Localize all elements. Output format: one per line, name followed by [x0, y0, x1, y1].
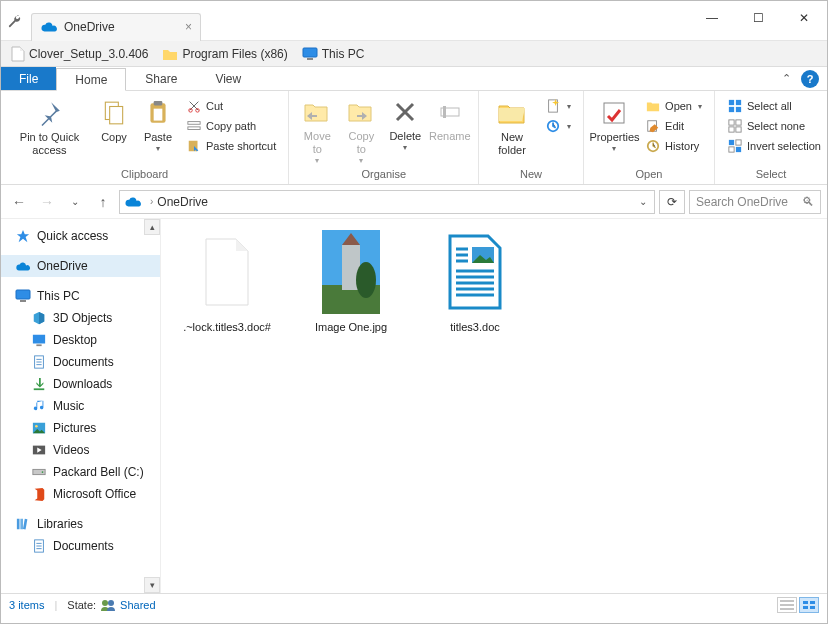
file-item[interactable]: Image One.jpg: [301, 229, 401, 333]
file-item[interactable]: titles3.doc: [425, 229, 525, 333]
libraries-icon: [15, 516, 31, 532]
sidebar-item[interactable]: Documents: [1, 535, 160, 557]
bookmark-label: Program Files (x86): [182, 47, 287, 61]
svg-rect-21: [729, 107, 734, 112]
svg-rect-36: [34, 388, 45, 390]
easy-access-button[interactable]: ▾: [543, 117, 573, 135]
forward-button[interactable]: →: [35, 190, 59, 214]
new-folder-icon: [496, 97, 528, 129]
file-menu[interactable]: File: [1, 67, 56, 90]
ribbon-group-label: New: [479, 166, 583, 184]
select-none-icon: [727, 118, 743, 134]
move-to-button[interactable]: Move to▾: [295, 94, 339, 166]
invert-selection-button[interactable]: Invert selection: [725, 137, 823, 155]
svg-rect-26: [736, 127, 741, 132]
close-button[interactable]: ✕: [781, 3, 827, 33]
file-list[interactable]: .~lock.titles3.doc#Image One.jpgtitles3.…: [161, 219, 827, 593]
new-folder-button[interactable]: New folder: [485, 95, 539, 157]
tab-share[interactable]: Share: [126, 67, 196, 90]
svg-rect-55: [803, 606, 808, 609]
tab-home[interactable]: Home: [56, 68, 126, 91]
recent-locations-button[interactable]: ⌄: [63, 190, 87, 214]
item-icon: [31, 398, 47, 414]
file-thumbnail: [189, 229, 265, 315]
svg-rect-44: [23, 519, 27, 530]
wrench-icon[interactable]: [1, 1, 27, 41]
svg-point-38: [35, 425, 38, 428]
paste-shortcut-button[interactable]: Paste shortcut: [184, 137, 278, 155]
edit-button[interactable]: Edit: [643, 117, 704, 135]
select-none-button[interactable]: Select none: [725, 117, 823, 135]
select-all-button[interactable]: Select all: [725, 97, 823, 115]
ribbon: Pin to Quick access Copy Paste▾ Cut Copy…: [1, 91, 827, 185]
sidebar-item-this-pc[interactable]: This PC: [1, 285, 160, 307]
pin-to-quick-access-button[interactable]: Pin to Quick access: [7, 95, 92, 157]
refresh-button[interactable]: ⟳: [659, 190, 685, 214]
sidebar-item[interactable]: Videos: [1, 439, 160, 461]
rename-button[interactable]: Rename: [427, 94, 472, 143]
item-icon: [31, 486, 47, 502]
bookmark-item[interactable]: Program Files (x86): [158, 45, 291, 63]
breadcrumb-segment[interactable]: OneDrive: [157, 195, 208, 209]
properties-button[interactable]: Properties▾: [590, 95, 639, 154]
delete-button[interactable]: Delete▾: [383, 94, 427, 153]
large-icons-view-button[interactable]: [799, 597, 819, 613]
onedrive-icon: [15, 258, 31, 274]
chevron-down-icon[interactable]: ⌄: [636, 196, 650, 207]
svg-rect-5: [154, 101, 163, 105]
help-icon[interactable]: ?: [801, 70, 819, 88]
edit-icon: [645, 118, 661, 134]
collapse-ribbon-icon[interactable]: ⌃: [776, 67, 797, 90]
sidebar-item-libraries[interactable]: Libraries: [1, 513, 160, 535]
sidebar-item[interactable]: Documents: [1, 351, 160, 373]
svg-point-41: [42, 471, 44, 473]
monitor-icon: [302, 47, 318, 61]
scroll-down-button[interactable]: ▾: [144, 577, 160, 593]
sidebar-item[interactable]: 3D Objects: [1, 307, 160, 329]
minimize-button[interactable]: —: [689, 3, 735, 33]
sidebar-item[interactable]: Pictures: [1, 417, 160, 439]
svg-rect-34: [36, 344, 41, 346]
svg-rect-0: [303, 48, 317, 57]
svg-rect-31: [16, 290, 30, 299]
copy-path-button[interactable]: Copy path: [184, 117, 278, 135]
svg-point-49: [356, 262, 376, 298]
ribbon-tabs: File Home Share View ⌃ ?: [1, 67, 827, 91]
up-button[interactable]: ↑: [91, 190, 115, 214]
details-view-button[interactable]: [777, 597, 797, 613]
bookmark-label: This PC: [322, 47, 365, 61]
paste-button[interactable]: Paste▾: [136, 95, 180, 154]
cut-icon: [186, 98, 202, 114]
tab-view[interactable]: View: [196, 67, 260, 90]
bookmark-item[interactable]: This PC: [298, 45, 369, 63]
sidebar-item[interactable]: Downloads: [1, 373, 160, 395]
item-icon: [31, 310, 47, 326]
select-all-icon: [727, 98, 743, 114]
chevron-right-icon[interactable]: ›: [150, 196, 153, 207]
back-button[interactable]: ←: [7, 190, 31, 214]
bookmark-item[interactable]: Clover_Setup_3.0.406: [7, 44, 152, 64]
sidebar-item[interactable]: Packard Bell (C:): [1, 461, 160, 483]
maximize-button[interactable]: ☐: [735, 3, 781, 33]
scroll-up-button[interactable]: ▴: [144, 219, 160, 235]
new-item-button[interactable]: ▾: [543, 97, 573, 115]
file-item[interactable]: .~lock.titles3.doc#: [177, 229, 277, 333]
copy-to-button[interactable]: Copy to▾: [339, 94, 383, 166]
address-bar[interactable]: › OneDrive ⌄: [119, 190, 655, 214]
sidebar-item[interactable]: Music: [1, 395, 160, 417]
main-area: ▴ Quick access OneDrive This PC 3D Objec…: [1, 219, 827, 593]
copy-button[interactable]: Copy: [92, 95, 136, 144]
search-input[interactable]: Search OneDrive 🔍︎: [689, 190, 821, 214]
sidebar-item[interactable]: Microsoft Office: [1, 483, 160, 505]
svg-rect-28: [736, 140, 741, 145]
sidebar-item-quick-access[interactable]: Quick access: [1, 225, 160, 247]
cut-button[interactable]: Cut: [184, 97, 278, 115]
svg-rect-1: [307, 58, 313, 60]
tab-close-icon[interactable]: ×: [185, 20, 192, 34]
browser-tab[interactable]: OneDrive ×: [31, 13, 201, 41]
sidebar-item[interactable]: Desktop: [1, 329, 160, 351]
open-button[interactable]: Open▾: [643, 97, 704, 115]
sidebar-item-onedrive[interactable]: OneDrive: [1, 255, 160, 277]
history-button[interactable]: History: [643, 137, 704, 155]
state-value: Shared: [120, 599, 155, 611]
